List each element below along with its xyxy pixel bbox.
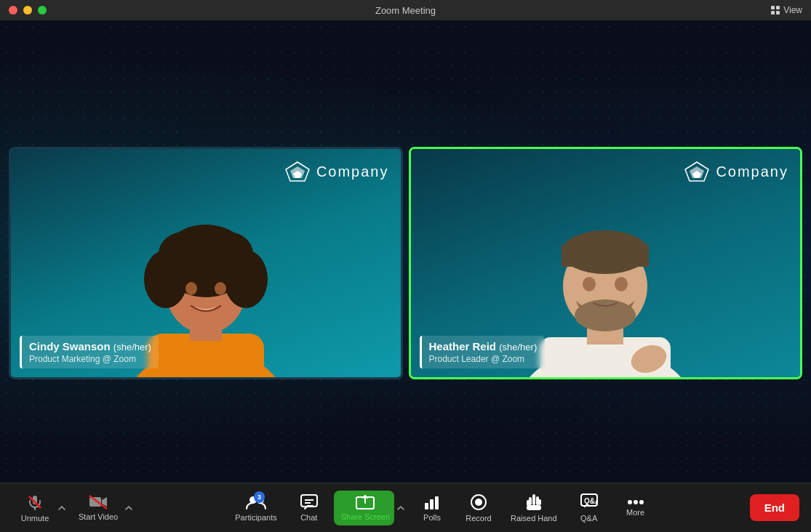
svg-point-13 — [177, 226, 235, 267]
svg-text:Q&A: Q&A — [584, 497, 598, 505]
svg-point-26 — [583, 277, 596, 291]
chat-icon — [300, 494, 318, 510]
svg-point-47 — [475, 499, 482, 506]
start-video-button[interactable]: Start Video — [71, 491, 122, 525]
svg-point-27 — [615, 277, 628, 291]
svg-rect-51 — [527, 500, 530, 506]
company-diamond-icon — [284, 161, 311, 182]
participant-pronoun-heather: (she/her) — [499, 342, 537, 352]
toolbar-left: Unmute Start Video — [12, 489, 135, 527]
svg-point-56 — [628, 500, 632, 504]
svg-point-58 — [639, 500, 644, 504]
svg-point-14 — [185, 282, 197, 295]
chevron-up-icon-2 — [125, 505, 132, 511]
maximize-button[interactable] — [38, 6, 47, 15]
close-button[interactable] — [9, 6, 17, 15]
unmute-label: Unmute — [21, 514, 49, 523]
polls-icon — [424, 494, 440, 510]
participant-name-heather: Heather Reid — [429, 340, 497, 352]
participants-button[interactable]: 3 Participants — [228, 490, 284, 526]
video-muted-icon — [89, 495, 108, 509]
microphone-muted-icon — [26, 493, 44, 511]
svg-rect-44 — [430, 499, 434, 509]
share-screen-icon — [356, 495, 375, 509]
polls-label: Polls — [423, 513, 441, 522]
name-tag-heather: Heather Reid (she/her) Product Leader @ … — [420, 336, 545, 368]
toolbar-right: End — [750, 494, 799, 521]
svg-rect-45 — [435, 496, 439, 509]
company-logo-heather: Company — [684, 161, 788, 182]
chat-button[interactable]: Chat — [287, 490, 331, 526]
share-screen-label: Share Screen — [341, 512, 390, 521]
window-controls[interactable] — [9, 6, 47, 15]
name-tag-cindy: Cindy Swanson (she/her) Product Marketin… — [20, 336, 159, 368]
svg-rect-24 — [562, 245, 649, 267]
video-area: Company Cindy Swanson (she/her) Product … — [0, 20, 811, 483]
view-button[interactable]: View — [770, 5, 802, 15]
more-label: More — [626, 508, 644, 517]
video-tile-heather[interactable]: Company Heather Reid (she/her) Product L… — [409, 147, 803, 379]
titlebar: Zoom Meeting View — [0, 0, 811, 20]
svg-rect-35 — [89, 497, 101, 507]
participants-count: 3 — [254, 491, 265, 503]
raised-hand-icon — [526, 493, 542, 511]
unmute-button[interactable]: Unmute — [12, 489, 55, 527]
svg-rect-3 — [776, 11, 780, 15]
chat-label: Chat — [300, 513, 317, 522]
svg-rect-48 — [532, 494, 535, 505]
company-diamond-icon-2 — [684, 161, 710, 182]
window-title: Zoom Meeting — [375, 5, 436, 16]
svg-point-57 — [634, 500, 638, 504]
unmute-caret-button[interactable] — [55, 501, 68, 515]
svg-rect-52 — [538, 499, 541, 505]
start-video-label: Start Video — [79, 512, 118, 521]
svg-rect-43 — [425, 503, 428, 509]
qa-button[interactable]: Q&A Q&A — [567, 489, 611, 527]
participant-name-cindy: Cindy Swanson — [29, 340, 111, 352]
toolbar: Unmute Start Video — [0, 483, 811, 532]
unmute-icon-wrap — [26, 493, 44, 511]
more-icon — [627, 499, 644, 505]
share-screen-caret-button[interactable] — [394, 501, 407, 515]
start-video-caret-button[interactable] — [122, 501, 135, 515]
company-logo-cindy: Company — [284, 161, 389, 182]
toolbar-center: 3 Participants Chat Share Screen — [228, 489, 657, 527]
start-video-group[interactable]: Start Video — [71, 491, 135, 525]
company-name-heather: Company — [716, 164, 788, 180]
share-screen-button[interactable]: Share Screen — [334, 491, 394, 525]
participants-icon-wrap: 3 — [246, 494, 266, 510]
record-button[interactable]: Record — [457, 489, 500, 527]
participant-title-cindy: Product Marketing @ Zoom — [29, 354, 151, 364]
record-label: Record — [466, 514, 491, 523]
participant-pronoun-cindy: (she/her) — [113, 342, 151, 352]
svg-rect-2 — [771, 11, 775, 15]
record-icon — [470, 493, 487, 511]
svg-point-15 — [215, 282, 226, 295]
raised-hand-label: Raised Hand — [511, 514, 557, 523]
minimize-button[interactable] — [23, 6, 32, 15]
company-name-cindy: Company — [316, 164, 389, 180]
qa-label: Q&A — [580, 514, 597, 523]
svg-rect-0 — [771, 6, 775, 9]
polls-button[interactable]: Polls — [410, 490, 454, 526]
unmute-group[interactable]: Unmute — [12, 489, 68, 527]
participants-label: Participants — [235, 513, 276, 522]
grid-icon — [770, 5, 780, 15]
participant-title-heather: Product Leader @ Zoom — [429, 354, 538, 364]
view-label: View — [783, 5, 802, 15]
svg-rect-1 — [776, 6, 780, 9]
raised-hand-button[interactable]: Raised Hand — [503, 489, 564, 527]
qa-icon: Q&A — [580, 493, 598, 511]
video-grid: Company Cindy Swanson (she/her) Product … — [0, 20, 811, 483]
share-screen-group[interactable]: Share Screen — [334, 491, 407, 525]
chevron-up-icon-3 — [397, 505, 404, 511]
video-icon-wrap — [89, 495, 108, 509]
video-tile-cindy[interactable]: Company Cindy Swanson (she/her) Product … — [9, 147, 403, 379]
more-button[interactable]: More — [614, 495, 658, 521]
chevron-up-icon — [58, 505, 65, 511]
end-button[interactable]: End — [750, 494, 799, 521]
svg-rect-53 — [527, 505, 541, 510]
